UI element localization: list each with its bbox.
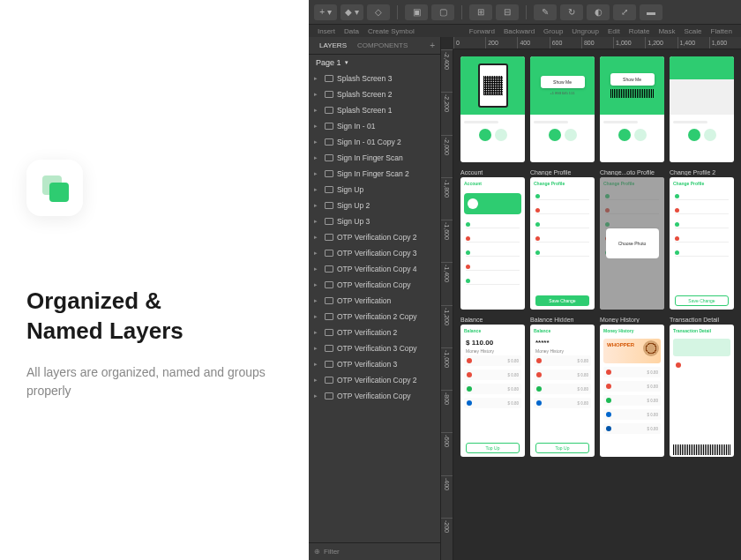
layer-item[interactable]: ▸Sign In Finger Scan 2 <box>309 166 440 182</box>
forward-button[interactable]: ▣ <box>405 4 428 20</box>
layer-item[interactable]: ▸OTP Verification <box>309 293 440 309</box>
layer-item[interactable]: ▸OTP Verification Copy <box>309 388 440 404</box>
tab-components[interactable]: COMPONENTS <box>352 41 413 49</box>
layer-item[interactable]: ▸Sign Up <box>309 182 440 198</box>
layer-item[interactable]: ▸OTP Verification Copy 2 <box>309 229 440 245</box>
artboard[interactable]: Balance HiddenBalance*****Money History$… <box>530 317 595 457</box>
layers-panel: LAYERS COMPONENTS + Page 1▾ ▸Splash Scre… <box>309 37 441 560</box>
ungroup-button[interactable]: ⊟ <box>496 4 519 20</box>
design-editor: + ▾ ◆ ▾ ◇ ▣ ▢ ⊞ ⊟ ✎ ↻ ◐ ⤢ ▬ Insert Data … <box>309 0 741 560</box>
layer-item[interactable]: ▸Sign In Finger Scan <box>309 150 440 166</box>
layer-item[interactable]: ▸Splash Screen 3 <box>309 71 440 86</box>
add-page-button[interactable]: + <box>430 41 435 50</box>
toolbar-labels: Insert Data Create Symbol Forward Backwa… <box>309 25 741 37</box>
mask-button[interactable]: ◐ <box>587 4 610 20</box>
artboard[interactable]: BalanceBalance$ 110.00Money History$ 0.8… <box>460 317 525 457</box>
promo-desc: All layers are organized, named and grou… <box>26 363 282 400</box>
artboard[interactable]: Change...oto ProfileChange ProfileChoose… <box>600 169 664 310</box>
insert-button[interactable]: + ▾ <box>314 4 337 20</box>
layer-item[interactable]: ▸OTP Verification Copy 3 <box>309 245 440 261</box>
artboard[interactable]: Show Me+1 893 045 111 <box>530 56 595 162</box>
artboard[interactable]: AccountAccount <box>460 169 525 310</box>
layer-item[interactable]: ▸OTP Verification Copy <box>309 277 440 293</box>
group-button[interactable]: ⊞ <box>469 4 492 20</box>
backward-button[interactable]: ▢ <box>431 4 454 20</box>
layer-item[interactable]: ▸OTP Verification 3 Copy <box>309 340 440 356</box>
artboard[interactable]: Transaction DetailTransaction Detail <box>670 317 734 457</box>
artboard[interactable]: Change ProfileChange ProfileSave Change <box>530 169 595 310</box>
layer-item[interactable]: ▸OTP Verification Copy 2 <box>309 372 440 388</box>
promo-icon <box>26 160 83 216</box>
artboard[interactable] <box>670 56 734 162</box>
artboard[interactable]: Money HistoryMoney HistoryWHOPPER$ 0.80$… <box>600 317 664 457</box>
create-symbol-button[interactable]: ◇ <box>367 4 390 20</box>
layer-item[interactable]: ▸Sign Up 3 <box>309 213 440 229</box>
flatten-button[interactable]: ▬ <box>640 4 662 20</box>
page-selector[interactable]: Page 1▾ <box>309 55 440 71</box>
promo-title: Organized & Named Layers <box>26 287 282 347</box>
layer-item[interactable]: ▸Sign Up 2 <box>309 198 440 213</box>
layer-item[interactable]: ▸OTP Verification 2 <box>309 325 440 340</box>
edit-button[interactable]: ✎ <box>534 4 557 20</box>
filter-input[interactable]: ⊕ Filter <box>309 542 440 560</box>
scale-button[interactable]: ⤢ <box>613 4 636 20</box>
canvas[interactable]: Show Me+1 893 045 111Show MeAccountAccou… <box>453 49 741 560</box>
layer-item[interactable]: ▸Sign In - 01 <box>309 118 440 134</box>
ruler-vertical: -2,400-2,200-2,000-1,800-1,600-1,400-1,2… <box>441 49 453 560</box>
artboard[interactable]: Change Profile 2Change ProfileSave Chang… <box>670 169 734 310</box>
layer-item[interactable]: ▸Sign In - 01 Copy 2 <box>309 134 440 150</box>
tab-layers[interactable]: LAYERS <box>314 41 352 49</box>
layer-item[interactable]: ▸OTP Verification 3 <box>309 356 440 372</box>
rotate-button[interactable]: ↻ <box>560 4 583 20</box>
layer-item[interactable]: ▸Splash Screen 1 <box>309 102 440 118</box>
layer-item[interactable]: ▸OTP Verification Copy 4 <box>309 261 440 277</box>
ruler-horizontal: 02004006008001,0001,2001,4001,600 <box>453 37 741 49</box>
layer-item[interactable]: ▸Splash Screen 2 <box>309 86 440 102</box>
filter-icon: ⊕ <box>314 548 320 556</box>
layer-item[interactable]: ▸OTP Verification 2 Copy <box>309 309 440 325</box>
data-button[interactable]: ◆ ▾ <box>341 4 363 20</box>
artboard[interactable] <box>460 56 525 162</box>
toolbar: + ▾ ◆ ▾ ◇ ▣ ▢ ⊞ ⊟ ✎ ↻ ◐ ⤢ ▬ <box>309 0 741 25</box>
artboard[interactable]: Show Me <box>600 56 664 162</box>
